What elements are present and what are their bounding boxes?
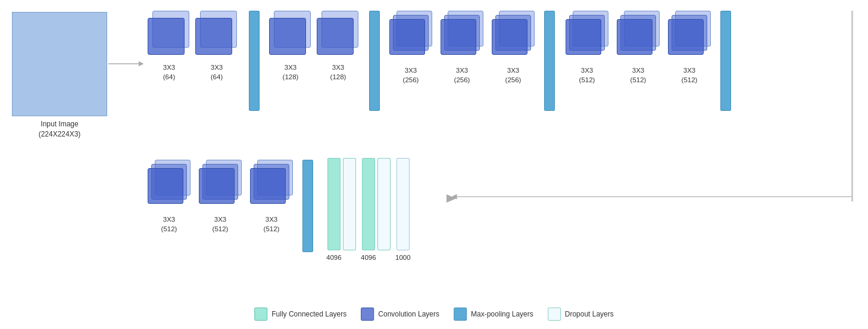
- arrows-svg: [0, 0, 868, 329]
- conv-r2-512c: 3X3(512): [250, 160, 293, 234]
- conv-r2-label-512a: 3X3(512): [148, 215, 191, 234]
- conv-group-512a: 3X3(512): [566, 11, 608, 85]
- legend-conv-box: [361, 308, 374, 321]
- conv-label-128b: 3X3(128): [317, 63, 360, 82]
- legend-dropout: Dropout Layers: [548, 308, 614, 321]
- fc-label-1000: 1000: [395, 253, 411, 262]
- fc-1000: 1000: [395, 158, 411, 262]
- conv-group-256a: 3X3(256): [389, 11, 432, 85]
- input-image-label: Input Image (224X224X3): [12, 119, 107, 139]
- fc-label-4096a: 4096: [326, 253, 342, 262]
- maxpool-4: [720, 11, 731, 111]
- fc-4096b: 4096: [361, 158, 376, 262]
- conv-group-512c: 3X3(512): [668, 11, 711, 85]
- conv-label-512c: 3X3(512): [668, 66, 711, 85]
- maxpool-1: [249, 11, 260, 111]
- dropout-2: [377, 158, 391, 250]
- maxpool-3: [544, 11, 555, 111]
- conv-group-512b: 3X3(512): [617, 11, 660, 85]
- legend-fc: Fully Connected Layers: [254, 308, 346, 321]
- conv-label-256a: 3X3(256): [389, 66, 432, 85]
- legend-conv-label: Convolution Layers: [378, 310, 439, 318]
- conv-group-128a: 3X3(128): [269, 11, 312, 82]
- conv-group-256b: 3X3(256): [441, 11, 483, 85]
- conv-r2-512a: 3X3(512): [148, 160, 191, 234]
- legend: Fully Connected Layers Convolution Layer…: [254, 308, 614, 321]
- legend-maxpool-box: [454, 308, 467, 321]
- conv-r2-label-512c: 3X3(512): [250, 215, 293, 234]
- legend-dropout-label: Dropout Layers: [565, 310, 614, 318]
- input-image: [12, 12, 107, 116]
- legend-fc-box: [254, 308, 267, 321]
- conv-group-64a: 3X3(64): [148, 11, 191, 82]
- conv-r2-label-512b: 3X3(512): [199, 215, 242, 234]
- conv-group-64b: 3X3(64): [195, 11, 238, 82]
- arrow-tip: [447, 194, 458, 206]
- legend-maxpool-label: Max-pooling Layers: [471, 310, 533, 318]
- dropout-1: [343, 158, 356, 250]
- diagram-container: Input Image (224X224X3) 3X3(64) 3X3(64) …: [0, 0, 868, 329]
- legend-fc-label: Fully Connected Layers: [271, 310, 346, 318]
- conv-label-256b: 3X3(256): [441, 66, 483, 85]
- conv-label-128a: 3X3(128): [269, 63, 312, 82]
- right-border-line: [851, 11, 853, 201]
- legend-conv: Convolution Layers: [361, 308, 439, 321]
- legend-dropout-box: [548, 308, 561, 321]
- maxpool-5: [302, 160, 313, 252]
- conv-label-64b: 3X3(64): [195, 63, 238, 82]
- maxpool-2: [369, 11, 380, 111]
- conv-r2-512b: 3X3(512): [199, 160, 242, 234]
- fc-label-4096b: 4096: [361, 253, 376, 262]
- conv-group-128b: 3X3(128): [317, 11, 360, 82]
- legend-maxpool: Max-pooling Layers: [454, 308, 533, 321]
- svg-marker-3: [447, 194, 456, 203]
- conv-label-512a: 3X3(512): [566, 66, 608, 85]
- conv-label-64a: 3X3(64): [148, 63, 191, 82]
- conv-label-512b: 3X3(512): [617, 66, 660, 85]
- conv-label-256c: 3X3(256): [492, 66, 535, 85]
- conv-group-256c: 3X3(256): [492, 11, 535, 85]
- fc-4096a: 4096: [326, 158, 342, 262]
